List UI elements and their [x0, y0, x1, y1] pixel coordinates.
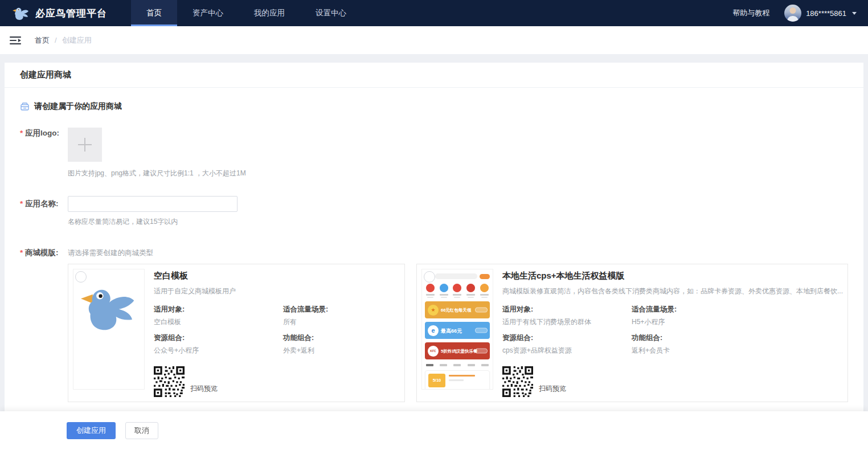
attr-value: cps资源+品牌权益资源 — [502, 346, 632, 355]
menu-item-assets[interactable]: 资产中心 — [177, 0, 239, 26]
name-hint: 名称应尽量简洁易记，建议15字以内 — [68, 217, 238, 227]
mini-banner-meituan: ★ 66元红包每天领 — [425, 301, 490, 318]
template-desc: 商城模版装修直观简洁，内容包含各类线下消费类商城内容，如：品牌卡券资源、外卖优惠… — [502, 287, 843, 296]
attr-label: 适用对象: — [502, 305, 632, 314]
logo-upload-box[interactable] — [68, 128, 102, 162]
attr-value: 空白模板 — [154, 317, 283, 327]
breadcrumb-separator: / — [55, 36, 57, 44]
app-name-input[interactable] — [68, 196, 238, 212]
shop-box-icon — [20, 102, 30, 111]
mini-banner-eleme: e 最高66元 — [425, 322, 490, 339]
qr-label: 扫码预览 — [539, 384, 566, 394]
template-thumbnail — [73, 269, 145, 390]
user-menu[interactable]: 186****5861 — [784, 5, 857, 22]
caret-down-icon — [852, 12, 857, 15]
plus-icon — [68, 128, 102, 162]
attr-value: 所有 — [283, 317, 400, 327]
qr-code — [502, 366, 533, 397]
cancel-button[interactable]: 取消 — [125, 422, 158, 439]
logo-label: 应用logo: — [20, 128, 68, 178]
page-content: 创建应用商城 请创建属于你的应用商城 应用logo: — [0, 54, 868, 450]
attr-value: 返利+会员卡 — [632, 346, 843, 355]
name-label: 应用名称: — [20, 196, 68, 227]
breadcrumb-bar: 首页 / 创建应用 — [0, 26, 868, 54]
create-app-panel: 创建应用商城 请创建属于你的应用商城 应用logo: — [5, 63, 863, 450]
radio-unchecked[interactable] — [424, 271, 435, 283]
form-row-name: 应用名称: 名称应尽量简洁易记，建议15字以内 — [20, 196, 848, 227]
navbar-right: 帮助与教程 186****5861 — [732, 0, 868, 26]
attr-label: 适合流量场景: — [632, 305, 843, 314]
attr-label: 适合流量场景: — [283, 305, 400, 314]
template-attrs: 适用对象: 适用于有线下消费场景的群体 适合流量场景: H5+小程序 资源组合: — [502, 305, 843, 362]
attr-label: 资源组合: — [154, 333, 283, 343]
section-title: 请创建属于你的应用商城 — [34, 101, 122, 112]
mini-search-bar — [435, 273, 477, 279]
user-phone: 186****5861 — [806, 9, 846, 18]
brand-logo[interactable]: 必应鸟管理平台 — [0, 0, 117, 26]
mini-tab-row — [425, 364, 490, 366]
template-card-local-life[interactable]: ★ 66元红包每天领 e 最高66元 — [416, 264, 848, 402]
attr-label: 适用对象: — [154, 305, 283, 314]
template-card-blank[interactable]: 空白模板 适用于自定义商城模板用户 适用对象: 空白模板 适合流量场景: — [68, 264, 405, 402]
top-navbar: 必应鸟管理平台 首页 资产中心 我的应用 设置中心 帮助与教程 186****5… — [0, 0, 868, 26]
main-menu: 首页 资产中心 我的应用 设置中心 — [131, 0, 362, 26]
create-app-button[interactable]: 创建应用 — [67, 422, 116, 439]
radio-unchecked[interactable] — [75, 271, 87, 283]
form-row-logo: 应用logo: 图片支持jpg、png格式，建议尺寸比例1:1 ，大小不超过1M — [20, 128, 848, 178]
template-hint: 请选择需要创建的商城类型 — [68, 247, 848, 259]
bird-illustration — [81, 284, 138, 333]
attr-label: 功能组合: — [283, 333, 400, 343]
logo-hint: 图片支持jpg、png格式，建议尺寸比例1:1 ，大小不超过1M — [68, 169, 246, 178]
mini-icon-row — [425, 284, 490, 298]
bird-logo-icon — [13, 6, 30, 21]
template-desc: 适用于自定义商城模板用户 — [154, 287, 400, 296]
panel-title: 创建应用商城 — [5, 63, 863, 88]
template-title: 本地生活cps+本地生活权益模版 — [502, 271, 843, 281]
attr-label: 功能组合: — [632, 333, 843, 343]
qr-code — [154, 366, 185, 397]
template-thumbnail: ★ 66元红包每天领 e 最高66元 — [421, 269, 493, 390]
section-title-row: 请创建属于你的应用商城 — [20, 101, 848, 112]
mini-banner-kfc: KFC 5折炸鸡汉堡快乐餐 — [425, 342, 490, 359]
attr-value: H5+小程序 — [632, 317, 843, 327]
menu-item-my-apps[interactable]: 我的应用 — [239, 0, 300, 26]
action-footer: 创建应用 取消 — [0, 411, 868, 450]
attr-label: 资源组合: — [502, 333, 632, 343]
attr-value: 外卖+返利 — [283, 346, 400, 355]
mini-app-preview: ★ 66元红包每天领 e 最高66元 — [422, 269, 493, 389]
breadcrumb-home[interactable]: 首页 — [35, 35, 50, 46]
attr-value: 公众号+小程序 — [154, 346, 283, 355]
menu-fold-icon[interactable] — [10, 35, 22, 46]
menu-item-home[interactable]: 首页 — [131, 0, 177, 26]
template-attrs: 适用对象: 空白模板 适合流量场景: 所有 资源组合: — [154, 305, 400, 362]
mini-coupon-card: 5/10 — [425, 370, 490, 390]
attr-value: 适用于有线下消费场景的群体 — [502, 317, 632, 327]
user-avatar — [784, 5, 801, 22]
brand-title: 必应鸟管理平台 — [35, 7, 107, 20]
help-link[interactable]: 帮助与教程 — [732, 8, 769, 18]
menu-item-settings[interactable]: 设置中心 — [300, 0, 362, 26]
mini-search-button — [480, 274, 490, 279]
breadcrumb-current: 创建应用 — [62, 35, 92, 46]
breadcrumb: 首页 / 创建应用 — [35, 35, 92, 46]
template-title: 空白模板 — [154, 271, 400, 281]
qr-label: 扫码预览 — [190, 384, 218, 394]
